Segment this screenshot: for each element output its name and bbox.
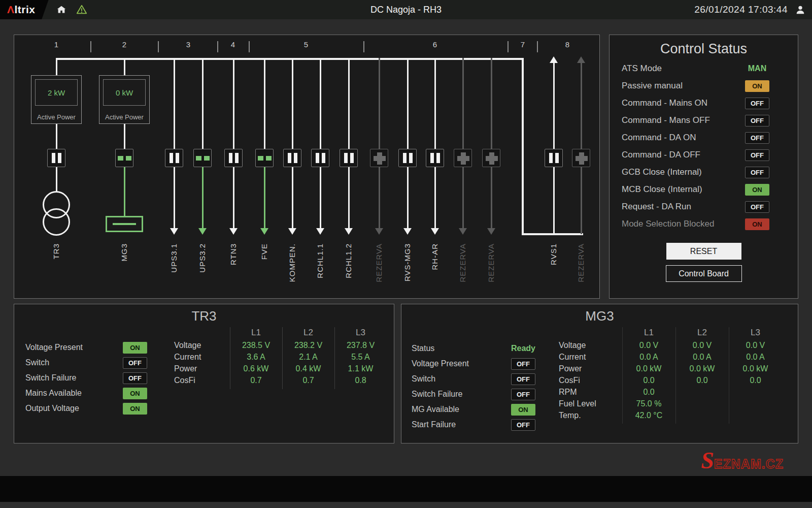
feeder-line — [292, 167, 293, 229]
meas-value: 0.0 kW — [622, 364, 675, 376]
breaker-mg3-icon[interactable] — [115, 149, 133, 167]
meas-value: 0.7 — [282, 376, 334, 388]
breaker-bar — [436, 153, 440, 163]
mg3-measurements-table: L1L2L3Voltage0.0 V0.0 V0.0 VCurrent0.0 A… — [559, 326, 782, 423]
feeder-line — [292, 58, 293, 149]
status-badge: ON — [123, 403, 147, 415]
breaker-bar — [204, 156, 210, 161]
feeder-line — [491, 58, 492, 149]
control-row: Command - Mains ONOFF — [610, 94, 798, 112]
meas-row-label: Fuel Level — [559, 399, 622, 411]
status-text-value: Ready — [511, 344, 535, 353]
seznam-logo: SEZNAM.CZ — [701, 449, 784, 472]
breaker-fve-icon[interactable] — [255, 149, 274, 167]
meas-row-label: Power — [559, 364, 622, 376]
control-row: ATS ModeMAN — [610, 60, 798, 77]
status-badge: OFF — [745, 98, 769, 109]
breaker-ups3.1-icon[interactable] — [165, 149, 183, 167]
feeder-line — [233, 167, 234, 229]
status-badge: OFF — [511, 419, 535, 431]
breaker-ups3.2-icon[interactable] — [193, 149, 212, 167]
mg3-status-list: StatusReadyVoltage PresentOFFSwitchOFFSw… — [412, 341, 538, 432]
breaker-rezerva-icon[interactable] — [370, 149, 388, 167]
feeder-label: RCHL1.2 — [344, 243, 354, 278]
breaker-rchl1.2-icon[interactable] — [340, 149, 358, 167]
control-row-label: GCB Close (Internal) — [622, 167, 745, 177]
status-value-slot: OFF — [120, 372, 150, 384]
control-text-value: MAN — [748, 64, 766, 73]
flow-arrow-down-icon — [431, 228, 439, 235]
control-value-slot: OFF — [745, 201, 769, 213]
feeder-line — [348, 167, 350, 229]
altrix-logo-text: ltrix — [15, 4, 36, 16]
breaker-rtn3-icon[interactable] — [224, 149, 243, 167]
status-badge: ON — [123, 388, 147, 399]
status-row: StatusReady — [412, 341, 538, 356]
bottom-strip — [0, 502, 812, 508]
section-number: 4 — [227, 40, 239, 49]
meas-value: 5.5 A — [334, 353, 387, 364]
status-value-slot: OFF — [508, 373, 538, 385]
breaker-bar — [430, 153, 434, 163]
control-row: Command - DA ONOFF — [610, 129, 798, 146]
tr3-status-list: Voltage PresentONSwitchOFFSwitch Failure… — [25, 340, 150, 416]
breaker-bar — [266, 156, 272, 161]
breaker-rvs-mg3-icon[interactable] — [398, 149, 417, 167]
meas-row-label: Current — [174, 353, 230, 364]
meas-row-label: RPM — [559, 388, 622, 399]
breaker-bar — [288, 153, 291, 163]
control-row: Passive manualON — [610, 77, 798, 94]
transformer-winding-icon — [43, 208, 70, 236]
breaker-tr3-icon[interactable] — [47, 149, 65, 167]
feeder-label: RVS-MG3 — [402, 243, 413, 281]
alarm-warning-icon[interactable] — [76, 4, 87, 15]
breaker-kompen.-icon[interactable] — [283, 149, 301, 167]
breaker-rchl1.1-icon[interactable] — [311, 149, 329, 167]
flow-arrow-down-icon — [403, 228, 412, 235]
control-value-slot: ON — [745, 80, 769, 92]
meas-value: 0.0 — [729, 376, 782, 388]
reset-button[interactable]: RESET — [666, 243, 741, 260]
breaker-rezerva-icon[interactable] — [482, 149, 500, 167]
meas-value: 75.0 % — [622, 399, 675, 411]
mg3-panel-title: MG3 — [401, 308, 798, 324]
breaker-bar — [235, 153, 239, 163]
feeder-label: RVS1 — [549, 243, 559, 265]
user-icon[interactable] — [795, 4, 806, 15]
breaker-rezerva-icon[interactable] — [454, 149, 472, 167]
flow-arrow-down-icon — [316, 228, 324, 235]
meas-col-header: L3 — [729, 326, 782, 341]
table-divider — [334, 327, 335, 389]
seznam-logo-text: EZNAM.CZ — [714, 457, 784, 471]
breaker-rvs1-icon[interactable] — [545, 149, 563, 167]
breaker-bar — [294, 153, 297, 163]
control-row: GCB Close (Internal)OFF — [610, 164, 798, 181]
single-line-diagram: 12345678 2 kW Active Power 0 kW Active P… — [14, 35, 600, 299]
feeder-line — [581, 167, 582, 234]
feeder-line — [407, 167, 409, 229]
meas-value: 0.0 V — [622, 341, 675, 353]
feeder-line — [56, 167, 57, 193]
section-divider — [249, 41, 250, 52]
topbar-right: 26/01/2024 17:03:44 — [694, 4, 812, 15]
mg3-detail-panel: MG3 StatusReadyVoltage PresentOFFSwitchO… — [401, 304, 798, 443]
control-value-slot: MAN — [745, 64, 769, 73]
generator-bar — [113, 223, 136, 225]
status-badge: OFF — [511, 373, 535, 385]
control-row-label: MCB Close (Internal) — [622, 184, 745, 195]
meas-col-header: L2 — [675, 326, 729, 341]
meas-corner — [559, 326, 622, 341]
status-row: Voltage PresentON — [25, 340, 150, 355]
control-board-button[interactable]: Control Board — [666, 265, 742, 282]
feeder-line — [407, 58, 409, 149]
control-status-panel: Control Status ATS ModeMANPassive manual… — [609, 35, 798, 299]
breaker-rh-ar-icon[interactable] — [426, 149, 444, 167]
feeder-line — [174, 167, 175, 229]
status-value-slot: OFF — [508, 389, 538, 400]
home-icon[interactable] — [56, 4, 67, 15]
breaker-rezerva-icon[interactable] — [572, 149, 590, 167]
control-status-title: Control Status — [610, 41, 798, 57]
status-badge: OFF — [745, 167, 769, 178]
status-label: Switch — [25, 358, 120, 367]
control-value-slot: ON — [745, 184, 769, 196]
